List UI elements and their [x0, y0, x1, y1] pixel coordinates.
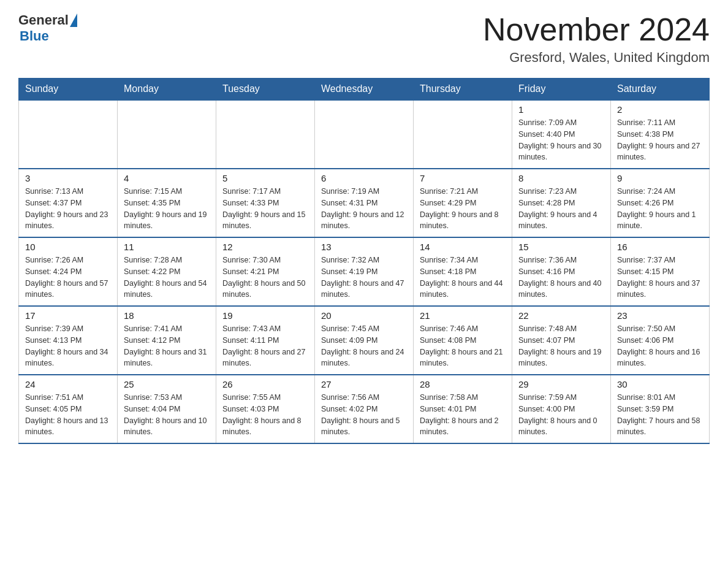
day-info: Sunrise: 7:11 AMSunset: 4:38 PMDaylight:…: [617, 117, 703, 163]
calendar-week-row: 3Sunrise: 7:13 AMSunset: 4:37 PMDaylight…: [19, 169, 710, 237]
day-info: Sunrise: 7:15 AMSunset: 4:35 PMDaylight:…: [124, 186, 210, 232]
day-info: Sunrise: 8:01 AMSunset: 3:59 PMDaylight:…: [617, 392, 703, 438]
calendar-day-cell: [315, 100, 414, 169]
weekday-header: Monday: [118, 79, 216, 101]
calendar-day-cell: [414, 100, 512, 169]
day-number: 3: [25, 173, 111, 183]
day-number: 21: [420, 310, 506, 321]
day-info: Sunrise: 7:50 AMSunset: 4:06 PMDaylight:…: [617, 323, 703, 369]
day-info: Sunrise: 7:17 AMSunset: 4:33 PMDaylight:…: [222, 186, 308, 232]
calendar-day-cell: 26Sunrise: 7:55 AMSunset: 4:03 PMDayligh…: [216, 375, 315, 443]
calendar-day-cell: 1Sunrise: 7:09 AMSunset: 4:40 PMDaylight…: [512, 100, 611, 169]
calendar-day-cell: 19Sunrise: 7:43 AMSunset: 4:11 PMDayligh…: [216, 306, 315, 375]
day-info: Sunrise: 7:21 AMSunset: 4:29 PMDaylight:…: [420, 186, 506, 232]
calendar-day-cell: 28Sunrise: 7:58 AMSunset: 4:01 PMDayligh…: [414, 375, 512, 443]
day-number: 23: [617, 310, 703, 321]
calendar-day-cell: 12Sunrise: 7:30 AMSunset: 4:21 PMDayligh…: [216, 237, 315, 306]
calendar-day-cell: 14Sunrise: 7:34 AMSunset: 4:18 PMDayligh…: [414, 237, 512, 306]
day-number: 26: [222, 379, 308, 389]
day-info: Sunrise: 7:39 AMSunset: 4:13 PMDaylight:…: [25, 323, 111, 369]
weekday-header: Sunday: [19, 79, 118, 101]
weekday-header: Friday: [512, 79, 611, 101]
month-title: November 2024: [483, 12, 710, 47]
day-info: Sunrise: 7:13 AMSunset: 4:37 PMDaylight:…: [25, 186, 111, 232]
calendar-day-cell: 23Sunrise: 7:50 AMSunset: 4:06 PMDayligh…: [611, 306, 710, 375]
calendar-week-row: 17Sunrise: 7:39 AMSunset: 4:13 PMDayligh…: [19, 306, 710, 375]
logo-blue-text: Blue: [20, 28, 49, 44]
day-number: 12: [222, 242, 308, 252]
day-info: Sunrise: 7:46 AMSunset: 4:08 PMDaylight:…: [420, 323, 506, 369]
day-info: Sunrise: 7:48 AMSunset: 4:07 PMDaylight:…: [518, 323, 604, 369]
day-number: 9: [617, 173, 703, 183]
day-number: 19: [222, 310, 308, 321]
weekday-header: Tuesday: [216, 79, 315, 101]
calendar-day-cell: 11Sunrise: 7:28 AMSunset: 4:22 PMDayligh…: [118, 237, 216, 306]
day-number: 15: [518, 242, 604, 252]
calendar-day-cell: 2Sunrise: 7:11 AMSunset: 4:38 PMDaylight…: [611, 100, 710, 169]
title-section: November 2024 Gresford, Wales, United Ki…: [483, 12, 710, 66]
calendar-day-cell: 25Sunrise: 7:53 AMSunset: 4:04 PMDayligh…: [118, 375, 216, 443]
day-info: Sunrise: 7:45 AMSunset: 4:09 PMDaylight:…: [321, 323, 407, 369]
calendar-day-cell: 13Sunrise: 7:32 AMSunset: 4:19 PMDayligh…: [315, 237, 414, 306]
calendar-day-cell: 3Sunrise: 7:13 AMSunset: 4:37 PMDaylight…: [19, 169, 118, 237]
calendar-day-cell: 15Sunrise: 7:36 AMSunset: 4:16 PMDayligh…: [512, 237, 611, 306]
calendar-day-cell: [19, 100, 118, 169]
calendar-day-cell: [118, 100, 216, 169]
day-info: Sunrise: 7:19 AMSunset: 4:31 PMDaylight:…: [321, 186, 407, 232]
day-info: Sunrise: 7:26 AMSunset: 4:24 PMDaylight:…: [25, 255, 111, 301]
calendar-day-cell: 8Sunrise: 7:23 AMSunset: 4:28 PMDaylight…: [512, 169, 611, 237]
calendar-day-cell: 18Sunrise: 7:41 AMSunset: 4:12 PMDayligh…: [118, 306, 216, 375]
calendar-day-cell: 30Sunrise: 8:01 AMSunset: 3:59 PMDayligh…: [611, 375, 710, 443]
day-number: 11: [124, 242, 210, 252]
day-info: Sunrise: 7:51 AMSunset: 4:05 PMDaylight:…: [25, 392, 111, 438]
day-info: Sunrise: 7:59 AMSunset: 4:00 PMDaylight:…: [518, 392, 604, 438]
day-number: 20: [321, 310, 407, 321]
weekday-header: Wednesday: [315, 79, 414, 101]
calendar-day-cell: 7Sunrise: 7:21 AMSunset: 4:29 PMDaylight…: [414, 169, 512, 237]
day-number: 25: [124, 379, 210, 389]
day-number: 14: [420, 242, 506, 252]
calendar-day-cell: 27Sunrise: 7:56 AMSunset: 4:02 PMDayligh…: [315, 375, 414, 443]
day-number: 22: [518, 310, 604, 321]
calendar-day-cell: [216, 100, 315, 169]
day-number: 13: [321, 242, 407, 252]
day-number: 4: [124, 173, 210, 183]
calendar-day-cell: 29Sunrise: 7:59 AMSunset: 4:00 PMDayligh…: [512, 375, 611, 443]
day-number: 28: [420, 379, 506, 389]
day-number: 6: [321, 173, 407, 183]
logo: General Blue: [18, 12, 77, 44]
day-info: Sunrise: 7:41 AMSunset: 4:12 PMDaylight:…: [124, 323, 210, 369]
calendar-week-row: 24Sunrise: 7:51 AMSunset: 4:05 PMDayligh…: [19, 375, 710, 443]
logo-general-text: General: [18, 12, 69, 28]
calendar-day-cell: 16Sunrise: 7:37 AMSunset: 4:15 PMDayligh…: [611, 237, 710, 306]
calendar-day-cell: 22Sunrise: 7:48 AMSunset: 4:07 PMDayligh…: [512, 306, 611, 375]
day-info: Sunrise: 7:09 AMSunset: 4:40 PMDaylight:…: [518, 117, 604, 163]
day-number: 27: [321, 379, 407, 389]
day-number: 29: [518, 379, 604, 389]
day-info: Sunrise: 7:56 AMSunset: 4:02 PMDaylight:…: [321, 392, 407, 438]
day-number: 7: [420, 173, 506, 183]
calendar-day-cell: 5Sunrise: 7:17 AMSunset: 4:33 PMDaylight…: [216, 169, 315, 237]
calendar-day-cell: 10Sunrise: 7:26 AMSunset: 4:24 PMDayligh…: [19, 237, 118, 306]
day-number: 16: [617, 242, 703, 252]
calendar-day-cell: 17Sunrise: 7:39 AMSunset: 4:13 PMDayligh…: [19, 306, 118, 375]
calendar-day-cell: 24Sunrise: 7:51 AMSunset: 4:05 PMDayligh…: [19, 375, 118, 443]
day-number: 2: [617, 104, 703, 115]
day-info: Sunrise: 7:37 AMSunset: 4:15 PMDaylight:…: [617, 255, 703, 301]
day-number: 30: [617, 379, 703, 389]
day-info: Sunrise: 7:55 AMSunset: 4:03 PMDaylight:…: [222, 392, 308, 438]
calendar-week-row: 1Sunrise: 7:09 AMSunset: 4:40 PMDaylight…: [19, 100, 710, 169]
day-number: 10: [25, 242, 111, 252]
day-number: 24: [25, 379, 111, 389]
day-info: Sunrise: 7:32 AMSunset: 4:19 PMDaylight:…: [321, 255, 407, 301]
weekday-header: Saturday: [611, 79, 710, 101]
calendar-day-cell: 6Sunrise: 7:19 AMSunset: 4:31 PMDaylight…: [315, 169, 414, 237]
day-info: Sunrise: 7:24 AMSunset: 4:26 PMDaylight:…: [617, 186, 703, 232]
day-number: 5: [222, 173, 308, 183]
day-number: 8: [518, 173, 604, 183]
day-info: Sunrise: 7:34 AMSunset: 4:18 PMDaylight:…: [420, 255, 506, 301]
day-number: 1: [518, 104, 604, 115]
day-info: Sunrise: 7:23 AMSunset: 4:28 PMDaylight:…: [518, 186, 604, 232]
calendar-day-cell: 4Sunrise: 7:15 AMSunset: 4:35 PMDaylight…: [118, 169, 216, 237]
logo-triangle-icon: [70, 13, 77, 27]
